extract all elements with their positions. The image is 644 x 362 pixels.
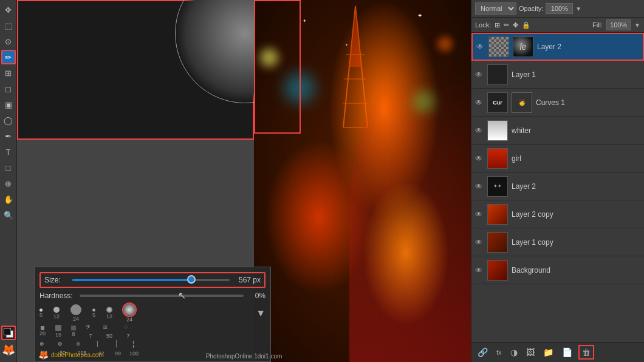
size-label: Size: bbox=[44, 276, 69, 284]
canvas-red-border-top bbox=[254, 0, 301, 134]
size-row: Size: 567 px bbox=[39, 272, 265, 288]
layer-item-layer2-copy[interactable]: 👁 Layer 2 copy bbox=[471, 200, 644, 228]
lock-checker-icon[interactable]: ⊞ bbox=[495, 21, 500, 29]
canvas-area[interactable]: ✦ ✦ ✦ Size: 567 px Hardness: ↖ bbox=[17, 0, 471, 362]
brush-item-sq-8[interactable]: 8 bbox=[71, 326, 76, 337]
fill-label: Fill: bbox=[592, 21, 603, 29]
brush-item-99[interactable]: │ 99 bbox=[115, 340, 121, 357]
opacity-input[interactable] bbox=[546, 3, 573, 14]
brush-item-24[interactable]: 24 bbox=[70, 304, 81, 322]
layer-item-background[interactable]: 👁 Background bbox=[471, 256, 644, 284]
brush-item-5[interactable]: 5 bbox=[39, 309, 43, 318]
layer-item-girl[interactable]: 👁 girl bbox=[471, 145, 644, 172]
lock-all-icon[interactable]: 🔒 bbox=[522, 21, 530, 29]
layer-adjust-btn[interactable]: 🖼 bbox=[524, 346, 537, 358]
layer-name-layer2-top: Layer 2 bbox=[537, 43, 639, 51]
layer-thumb-background bbox=[487, 260, 508, 281]
layer-visibility-icon[interactable]: 👁 bbox=[476, 43, 485, 51]
blend-bar: Normal Multiply Screen Opacity: ▼ bbox=[471, 0, 644, 18]
layer-item-layer2-top[interactable]: 👁 le Layer 2 bbox=[471, 33, 644, 61]
tool-clone[interactable]: ⊞ bbox=[1, 66, 16, 80]
layer-mask-btn[interactable]: ◑ bbox=[508, 346, 520, 358]
layer-mask-curves1: 🧑 bbox=[512, 92, 532, 113]
layer-name-layer1: Layer 1 bbox=[512, 70, 640, 79]
layer-new-btn[interactable]: 📄 bbox=[560, 346, 575, 358]
brush-item-grass-50[interactable]: ≋ 50 bbox=[103, 324, 116, 339]
hardness-label: Hardness: bbox=[39, 292, 76, 300]
tool-gradient[interactable]: ▣ bbox=[1, 97, 16, 112]
curves1-visibility-icon[interactable]: 👁 bbox=[475, 98, 484, 107]
layer-fx-btn[interactable]: fx bbox=[494, 347, 504, 357]
layer-name-whiter: whiter bbox=[512, 126, 640, 135]
tool-marquee[interactable]: ⬚ bbox=[1, 18, 16, 33]
layer-name-layer1-copy: Layer 1 copy bbox=[512, 238, 640, 247]
layer-item-layer1[interactable]: 👁 Layer 1 bbox=[471, 61, 644, 89]
brush-item-soft-5[interactable]: 5 bbox=[92, 309, 95, 318]
size-value: 567 px bbox=[233, 276, 261, 284]
tool-eraser[interactable]: ◻ bbox=[1, 81, 16, 96]
tool-zoom[interactable]: 🔍 bbox=[1, 208, 16, 222]
tool-shape[interactable]: □ bbox=[1, 160, 16, 175]
layer1-visibility-icon[interactable]: 👁 bbox=[475, 70, 484, 79]
layer-thumb-curves1: Cur bbox=[487, 92, 508, 113]
opacity-dropdown-icon[interactable]: ▼ bbox=[575, 5, 581, 12]
layer-item-curves1[interactable]: 👁 Cur 🧑 Curves 1 bbox=[471, 89, 644, 117]
whiter-visibility-icon[interactable]: 👁 bbox=[475, 126, 484, 135]
watermark-left: 🦊 dobePhotopea.com bbox=[38, 350, 104, 360]
girl-visibility-icon[interactable]: 👁 bbox=[475, 154, 484, 163]
fill-dropdown-icon[interactable]: ▼ bbox=[634, 22, 640, 29]
hardness-row: Hardness: ↖ 0% bbox=[39, 292, 265, 300]
blend-mode-select[interactable]: Normal Multiply Screen bbox=[475, 2, 516, 15]
brush-item-100[interactable]: ╎ 100 bbox=[129, 340, 139, 357]
lock-move-icon[interactable]: ✥ bbox=[513, 21, 518, 29]
layer1c-visibility-icon[interactable]: 👁 bbox=[475, 238, 484, 247]
tool-eyedropper[interactable]: ⊕ bbox=[1, 176, 16, 191]
brush-presets: 5 12 24 5 bbox=[39, 304, 265, 357]
left-toolbar: ✥ ⬚ ⊙ ✏ ⊞ ◻ ▣ ◯ ✒ T □ ⊕ ✋ 🔍 🦊 bbox=[0, 0, 17, 362]
brush-panel: Size: 567 px Hardness: ↖ 0% bbox=[34, 267, 271, 362]
tool-hand[interactable]: ✋ bbox=[1, 192, 16, 207]
tool-brush[interactable]: ✏ bbox=[1, 50, 16, 64]
right-panel: Normal Multiply Screen Opacity: ▼ Lock: … bbox=[471, 0, 644, 362]
layer-name-curves1: Curves 1 bbox=[536, 98, 640, 107]
bg-visibility-icon[interactable]: 👁 bbox=[475, 266, 484, 275]
lock-brush-icon[interactable]: ✏ bbox=[504, 21, 509, 29]
brush-dropdown-icon[interactable]: ▼ bbox=[256, 308, 265, 319]
brush-item-soft-12[interactable]: 12 bbox=[106, 307, 112, 319]
fill-input[interactable] bbox=[606, 19, 631, 30]
layer-name-layer2-copy: Layer 2 copy bbox=[512, 210, 640, 219]
brush-item-12[interactable]: 12 bbox=[53, 307, 60, 319]
brush-item-soft-24[interactable]: 24 bbox=[123, 304, 135, 323]
layer-item-layer1-copy[interactable]: 👁 Layer 1 copy bbox=[471, 228, 644, 256]
layer-link-btn[interactable]: 🔗 bbox=[475, 346, 490, 358]
brush-row-2: 20 15 8 𝄢 7 bbox=[39, 324, 265, 339]
tool-dodge[interactable]: ◯ bbox=[1, 113, 16, 128]
layer-item-whiter[interactable]: 👁 whiter bbox=[471, 117, 644, 145]
brush-item-grass-7[interactable]: 𝄢 7 bbox=[86, 324, 95, 339]
tool-text[interactable]: T bbox=[1, 145, 16, 159]
layer-name-girl: girl bbox=[512, 154, 640, 163]
brush-row-1: 5 12 24 5 bbox=[39, 304, 265, 323]
layer-item-layer2-second[interactable]: 👁 ✦✦ Layer 2 bbox=[471, 172, 644, 200]
layer-thumb-layer1 bbox=[487, 64, 508, 85]
tool-logo: 🦊 bbox=[1, 343, 16, 357]
layer2c-visibility-icon[interactable]: 👁 bbox=[475, 210, 484, 219]
tool-fg-bg[interactable] bbox=[1, 326, 16, 340]
brush-item-sq-15[interactable]: 15 bbox=[55, 325, 61, 338]
hardness-value: 0% bbox=[247, 292, 265, 300]
hardness-slider[interactable]: ↖ bbox=[80, 295, 244, 297]
size-slider[interactable] bbox=[72, 279, 230, 281]
size-slider-thumb[interactable] bbox=[187, 275, 196, 284]
brush-item-dots-7[interactable]: ⁘ 7 bbox=[123, 324, 133, 339]
brush-item-sq-20[interactable]: 20 bbox=[39, 326, 46, 336]
layer-group-btn[interactable]: 📁 bbox=[541, 346, 556, 358]
tool-pen[interactable]: ✒ bbox=[1, 129, 16, 143]
tool-lasso[interactable]: ⊙ bbox=[1, 34, 16, 49]
layer-name-background: Background bbox=[512, 266, 640, 275]
size-slider-fill bbox=[72, 279, 190, 281]
tool-move[interactable]: ✥ bbox=[1, 2, 16, 17]
layer2s-visibility-icon[interactable]: 👁 bbox=[475, 182, 484, 191]
layer-thumb-layer1-copy bbox=[487, 232, 508, 253]
layers-list: 👁 le Layer 2 👁 Layer 1 👁 Cur 🧑 Curves 1 bbox=[471, 33, 644, 342]
layer-delete-btn[interactable]: 🗑 bbox=[578, 345, 594, 360]
